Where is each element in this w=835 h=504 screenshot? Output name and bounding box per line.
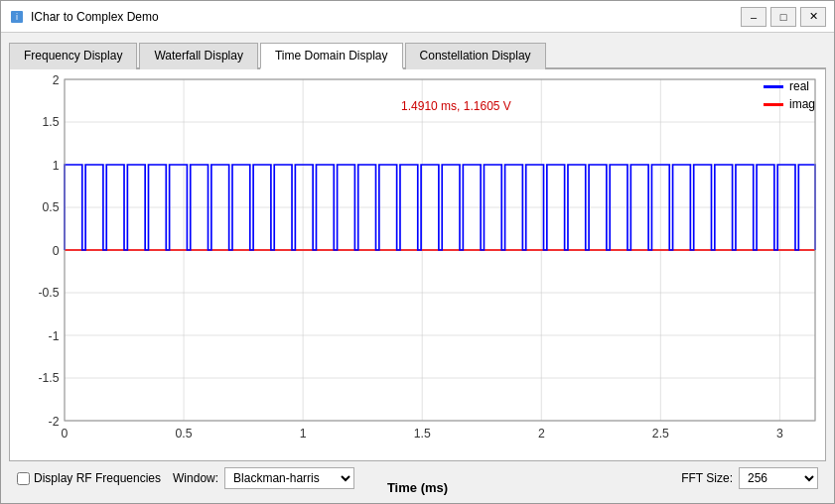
legend-imag: imag bbox=[764, 97, 815, 111]
window-title: IChar to Complex Demo bbox=[31, 10, 741, 24]
bottom-left: Display RF Frequencies Window: Blackman-… bbox=[17, 467, 354, 489]
display-rf-label: Display RF Frequencies bbox=[34, 471, 161, 485]
tab-time-domain-display[interactable]: Time Domain Display bbox=[260, 43, 403, 69]
svg-text:2: 2 bbox=[538, 427, 545, 441]
chart-tooltip: 1.4910 ms, 1.1605 V bbox=[401, 99, 511, 113]
svg-text:1.5: 1.5 bbox=[42, 115, 59, 129]
svg-text:0: 0 bbox=[53, 243, 60, 257]
display-rf-checkbox[interactable] bbox=[17, 472, 30, 485]
svg-text:-2: -2 bbox=[49, 414, 60, 428]
legend-real: real bbox=[764, 79, 815, 93]
app-icon: i bbox=[9, 9, 25, 25]
display-rf-checkbox-group: Display RF Frequencies bbox=[17, 471, 161, 485]
close-button[interactable]: ✕ bbox=[800, 7, 826, 27]
svg-text:0.5: 0.5 bbox=[176, 427, 193, 441]
svg-text:0.5: 0.5 bbox=[42, 200, 59, 214]
main-window: i IChar to Complex Demo – □ ✕ Frequency … bbox=[0, 0, 835, 504]
window-group: Window: Blackman-harris Hamming Hanning … bbox=[173, 467, 354, 489]
fft-group: FFT Size: 256 512 1024 2048 4096 bbox=[681, 467, 818, 489]
svg-text:-0.5: -0.5 bbox=[38, 286, 59, 300]
svg-text:2.5: 2.5 bbox=[652, 427, 669, 441]
fft-label: FFT Size: bbox=[681, 471, 733, 485]
content-area: Frequency Display Waterfall Display Time… bbox=[1, 33, 834, 503]
legend-real-color bbox=[764, 85, 783, 88]
tab-waterfall-display[interactable]: Waterfall Display bbox=[139, 43, 258, 69]
svg-text:i: i bbox=[16, 12, 18, 22]
svg-text:-1: -1 bbox=[49, 328, 60, 342]
svg-text:2: 2 bbox=[53, 72, 60, 86]
fft-size-select[interactable]: 256 512 1024 2048 4096 bbox=[739, 467, 818, 489]
window-label: Window: bbox=[173, 471, 218, 485]
legend-imag-label: imag bbox=[789, 97, 815, 111]
chart-area: Amplitude Time (ms) real imag 1.4910 ms,… bbox=[9, 69, 826, 461]
tab-frequency-display[interactable]: Frequency Display bbox=[9, 43, 137, 69]
x-axis-label: Time (ms) bbox=[387, 480, 448, 495]
tab-constellation-display[interactable]: Constellation Display bbox=[405, 43, 546, 69]
svg-text:1: 1 bbox=[53, 158, 60, 172]
chart-svg: 2 1.5 1 0.5 0 -0.5 -1 -1.5 -2 0 0.5 1 1.… bbox=[65, 79, 815, 421]
svg-text:1.5: 1.5 bbox=[414, 427, 431, 441]
title-bar: i IChar to Complex Demo – □ ✕ bbox=[1, 1, 834, 33]
svg-text:1: 1 bbox=[300, 427, 307, 441]
window-select[interactable]: Blackman-harris Hamming Hanning Flat-top… bbox=[224, 467, 354, 489]
minimize-button[interactable]: – bbox=[741, 7, 766, 27]
legend-real-label: real bbox=[789, 79, 809, 93]
chart-legend: real imag bbox=[764, 79, 815, 111]
window-controls: – □ ✕ bbox=[741, 7, 826, 27]
svg-text:0: 0 bbox=[62, 427, 69, 441]
svg-text:3: 3 bbox=[776, 427, 783, 441]
tab-bar: Frequency Display Waterfall Display Time… bbox=[9, 41, 826, 69]
svg-text:-1.5: -1.5 bbox=[38, 371, 59, 385]
legend-imag-color bbox=[764, 103, 783, 106]
maximize-button[interactable]: □ bbox=[770, 7, 796, 27]
